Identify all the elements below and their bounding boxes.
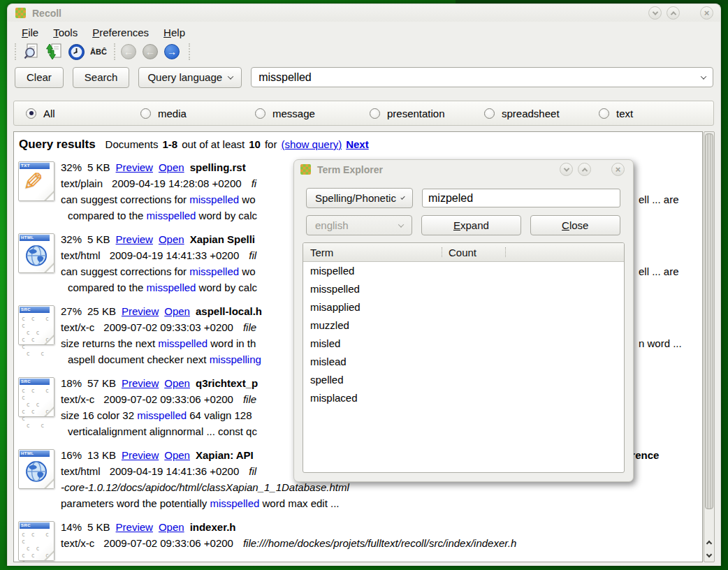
source-code-glyphs: c c c c c cc c c c c c (22, 316, 54, 358)
snippet-text: compared to the (68, 210, 147, 221)
preview-link[interactable]: Preview (116, 521, 153, 533)
snippet-line: can suggest corrections for misspelled w… (61, 263, 257, 279)
src-file-icon[interactable]: SRCc c c c c cc c c c c c (18, 377, 54, 417)
snippet-continuation: n word ... (639, 335, 682, 351)
first-page-icon[interactable]: ← (121, 44, 136, 59)
toolbar-handle[interactable] (15, 43, 17, 60)
open-link[interactable]: Open (159, 161, 184, 173)
filter-radio-presentation[interactable]: presentation (370, 108, 484, 119)
scrollbar-thumb[interactable] (705, 133, 713, 509)
column-header-term[interactable]: Term (303, 247, 442, 258)
dialog-close-button[interactable]: × (611, 163, 625, 176)
expansion-mode-dropdown[interactable]: Spelling/Phonetic (306, 188, 413, 208)
expand-button[interactable]: Expand (421, 215, 520, 235)
term-row[interactable]: misapplied (303, 298, 624, 316)
radio-icon[interactable] (599, 108, 609, 119)
term-row[interactable]: mislead (303, 353, 624, 371)
snippet-line: aspell document checker next misspelling (61, 351, 262, 367)
column-separator[interactable] (505, 247, 506, 257)
clear-button[interactable]: Clear (15, 67, 64, 88)
next-page-icon[interactable]: → (164, 44, 180, 59)
close-dialog-button[interactable]: Close (530, 215, 620, 235)
menu-help[interactable]: Help (163, 27, 185, 37)
open-link[interactable]: Open (164, 377, 190, 389)
filter-radio-media[interactable]: media (140, 108, 255, 119)
menu-file[interactable]: File (22, 27, 38, 37)
update-index-icon[interactable] (44, 43, 64, 61)
file-size: 5 KB (87, 233, 110, 245)
file-size: 25 KB (87, 305, 116, 317)
term-count (442, 262, 449, 280)
toolbar-handle[interactable] (114, 43, 116, 60)
dialog-titlebar[interactable]: Term Explorer × (294, 160, 633, 179)
radio-icon[interactable] (26, 108, 36, 119)
term-row[interactable]: mispelled (303, 262, 624, 280)
preview-link[interactable]: Preview (122, 449, 159, 461)
language-dropdown[interactable]: english (306, 215, 412, 235)
previous-page-icon[interactable]: ← (143, 44, 158, 59)
open-link[interactable]: Open (164, 449, 190, 461)
src-file-icon[interactable]: SRCc c c c c cc c c c c c (18, 521, 54, 561)
result-title: Xapian Spelli (190, 233, 255, 245)
results-scrollbar[interactable] (704, 131, 715, 562)
scroll-up-icon[interactable] (704, 538, 714, 549)
html-file-icon[interactable]: HTML (18, 233, 54, 273)
radio-icon[interactable] (140, 108, 151, 119)
dialog-maximize-button[interactable] (578, 163, 591, 176)
filter-radio-all[interactable]: All (26, 108, 140, 119)
term-row[interactable]: spelled (303, 371, 624, 389)
close-button[interactable]: × (700, 6, 713, 20)
file-type-label: SRC (20, 307, 50, 313)
highlighted-term: misspelled (147, 282, 196, 293)
main-titlebar[interactable]: Recoll × (8, 4, 720, 22)
menu-tools[interactable]: Tools (53, 27, 78, 37)
preview-link[interactable]: Preview (116, 161, 153, 173)
snippet-continuation: ell ... are (639, 263, 679, 279)
preview-link[interactable]: Preview (116, 233, 153, 245)
src-file-icon[interactable]: SRCc c c c c cc c c c c c (18, 305, 54, 345)
search-button[interactable]: Search (73, 67, 130, 88)
term-value: spelled (303, 371, 442, 389)
term-row[interactable]: misplaced (303, 389, 624, 407)
search-bar: Clear Search Query language misspelled (8, 66, 720, 92)
column-header-count[interactable]: Count (442, 247, 505, 258)
dialog-minimize-button[interactable] (560, 163, 573, 176)
scroll-down-icon[interactable] (704, 549, 714, 560)
radio-icon[interactable] (370, 108, 380, 119)
filter-radio-text[interactable]: text (599, 108, 713, 119)
query-language-dropdown[interactable]: Query language (138, 67, 242, 88)
term-row[interactable]: muzzled (303, 316, 624, 335)
filter-radio-spreadsheet[interactable]: spreadsheet (484, 108, 599, 119)
term-input[interactable] (422, 189, 620, 207)
show-query-link[interactable]: (show query) (281, 138, 342, 150)
radio-icon[interactable] (255, 108, 265, 119)
mime-type: text/plain (61, 177, 103, 189)
maximize-button[interactable] (667, 6, 680, 20)
menu-preferences[interactable]: Preferences (92, 27, 149, 37)
history-clock-icon[interactable] (66, 43, 86, 61)
mime-type: text/x-c (61, 321, 94, 333)
recoll-app-icon (15, 8, 26, 18)
term-row[interactable]: misled (303, 335, 624, 353)
term-count (442, 298, 449, 316)
result-title: q3richtext_p (196, 377, 258, 389)
txt-file-icon[interactable]: TXT✎ (18, 161, 54, 201)
open-link[interactable]: Open (159, 521, 184, 533)
minimize-button[interactable] (648, 6, 662, 20)
chevron-down-icon[interactable] (701, 73, 706, 79)
search-query-combobox[interactable]: misspelled (251, 67, 713, 87)
filter-radio-message[interactable]: message (255, 108, 370, 119)
term-explorer-spellcheck-icon[interactable]: ÅBĈ (89, 43, 108, 61)
preview-link[interactable]: Preview (122, 305, 159, 317)
preview-document-icon[interactable] (22, 43, 41, 61)
open-link[interactable]: Open (159, 233, 184, 245)
term-row[interactable]: misspelled (303, 280, 624, 298)
open-link[interactable]: Open (164, 305, 190, 317)
preview-link[interactable]: Preview (122, 377, 159, 389)
toolbar-handle[interactable] (189, 43, 191, 60)
html-file-icon[interactable]: HTML (18, 449, 54, 489)
doc-date: 2009-07-02 09:33:06 +0200 (103, 537, 233, 549)
chevron-down-icon (228, 73, 233, 79)
next-page-link[interactable]: Next (346, 138, 369, 150)
radio-icon[interactable] (484, 108, 495, 119)
